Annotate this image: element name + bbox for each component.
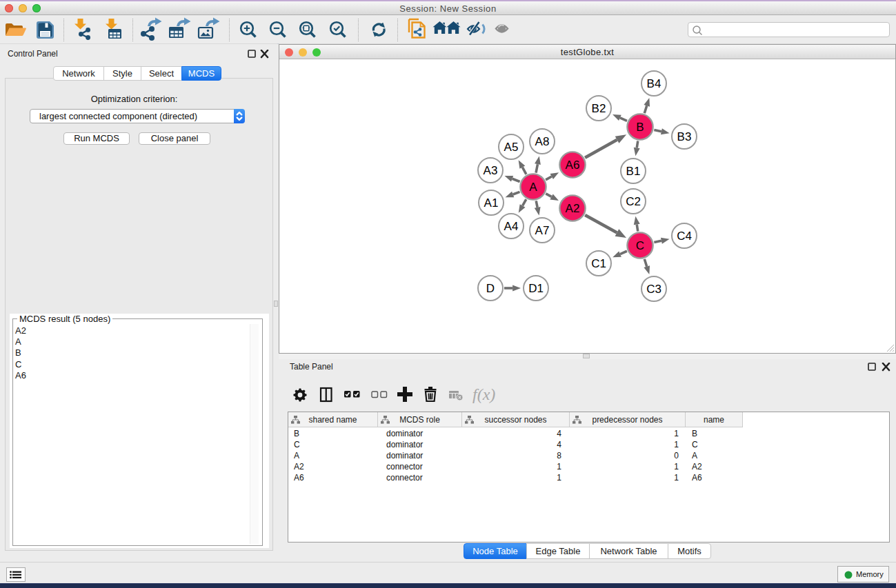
svg-text:C4: C4 [677,230,692,243]
svg-text:B1: B1 [626,165,641,178]
svg-text:C2: C2 [626,195,641,208]
svg-text:C1: C1 [591,257,606,270]
svg-text:C: C [636,239,644,252]
svg-text:D: D [486,282,495,295]
svg-text:f(x): f(x) [472,385,495,403]
svg-text:B3: B3 [677,130,692,143]
svg-text:A4: A4 [504,220,519,233]
svg-text:A2: A2 [566,202,580,215]
svg-text:A: A [529,181,537,194]
svg-text:A7: A7 [535,224,550,237]
svg-text:A3: A3 [484,164,498,177]
svg-text:A8: A8 [535,135,550,148]
svg-text:B2: B2 [592,102,606,115]
svg-text:D1: D1 [528,282,544,295]
svg-text:B4: B4 [647,77,661,90]
svg-text:A1: A1 [484,196,499,210]
svg-text:C3: C3 [646,283,661,296]
svg-text:B: B [636,121,644,134]
svg-text:A6: A6 [566,159,580,172]
svg-text:A5: A5 [504,141,519,154]
